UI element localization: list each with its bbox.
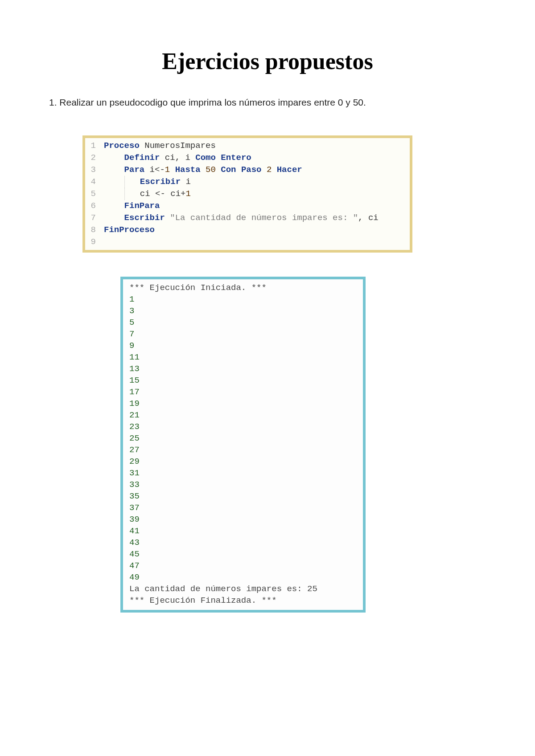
- token-num: 50: [206, 165, 216, 175]
- output-number: 37: [129, 502, 357, 514]
- output-number: 33: [129, 479, 357, 490]
- output-number: 21: [129, 409, 357, 421]
- line-number: 2: [85, 152, 98, 164]
- token: [104, 201, 124, 211]
- token: i: [181, 177, 191, 187]
- output-end-banner: *** Ejecución Finalizada. ***: [129, 595, 357, 606]
- execution-output: *** Ejecución Iniciada. ***1357911131517…: [120, 277, 366, 613]
- token-id: NumerosImpares: [144, 141, 216, 151]
- code-line: Para i<-1 Hasta 50 Con Paso 2 Hacer: [104, 164, 407, 176]
- token: ci, i: [160, 153, 195, 163]
- line-number-gutter: 123456789: [85, 138, 99, 250]
- output-number: 11: [129, 351, 357, 363]
- token: [140, 141, 144, 151]
- output-number: 39: [129, 514, 357, 525]
- token: [104, 153, 124, 163]
- code-line: Proceso NumerosImpares: [104, 140, 407, 152]
- output-number: 43: [129, 537, 357, 548]
- token: [216, 153, 221, 163]
- line-number: 9: [85, 236, 98, 248]
- token-kw: Como: [195, 153, 216, 163]
- token-kw: Para: [124, 165, 145, 175]
- output-number: 1: [129, 294, 357, 305]
- output-number: 27: [129, 444, 357, 456]
- token-kw: Escribir: [140, 177, 181, 187]
- token-num: 2: [267, 165, 272, 175]
- token-num: 1: [185, 189, 190, 199]
- line-number: 8: [85, 224, 98, 236]
- exercise-prompt: 1. Realizar un pseudocodigo que imprima …: [49, 96, 486, 109]
- output-number: 23: [129, 421, 357, 433]
- token-kw: FinPara: [124, 201, 160, 211]
- output-number: 5: [129, 317, 357, 328]
- token-kw: Escribir: [124, 213, 165, 223]
- token: [201, 165, 206, 175]
- code-line: Escribir i: [104, 176, 407, 188]
- code-line: FinPara: [104, 200, 407, 212]
- output-start-banner: *** Ejecución Iniciada. ***: [129, 282, 357, 294]
- output-number: 15: [129, 375, 357, 386]
- token: [216, 165, 221, 175]
- code-line: Definir ci, i Como Entero: [104, 152, 407, 164]
- code-line: ci <- ci+1: [104, 188, 407, 200]
- token-kw: Hacer: [277, 165, 302, 175]
- token: ci <- ci+: [125, 189, 186, 199]
- output-number: 45: [129, 548, 357, 560]
- output-number: 31: [129, 467, 357, 479]
- output-number: 3: [129, 305, 357, 317]
- code-line: [104, 236, 407, 248]
- output-number: 29: [129, 456, 357, 467]
- token: i<-: [144, 165, 165, 175]
- code-line: Escribir "La cantidad de números impares…: [104, 212, 407, 224]
- output-number: 47: [129, 560, 357, 572]
- code-line: FinProceso: [104, 224, 407, 236]
- token-str: "La cantidad de números impares es: ": [170, 213, 358, 223]
- line-number: 5: [85, 188, 98, 200]
- pseudocode-editor: 123456789 Proceso NumerosImpares Definir…: [82, 135, 412, 253]
- output-number: 17: [129, 386, 357, 398]
- token: [125, 177, 140, 187]
- line-number: 4: [85, 176, 98, 188]
- token: [262, 165, 267, 175]
- token-kw: Entero: [221, 153, 251, 163]
- token: [104, 177, 124, 187]
- code-content: Proceso NumerosImpares Definir ci, i Com…: [99, 138, 410, 250]
- token-kw: Con Paso: [221, 165, 261, 175]
- token: [104, 189, 124, 199]
- line-number: 3: [85, 164, 98, 176]
- output-number: 41: [129, 525, 357, 537]
- token-kw: Hasta: [175, 165, 201, 175]
- output-number: 13: [129, 363, 357, 375]
- line-number: 1: [85, 140, 98, 152]
- output-summary: La cantidad de números impares es: 25: [129, 583, 357, 595]
- output-number: 25: [129, 433, 357, 444]
- output-number: 19: [129, 398, 357, 409]
- token: [170, 165, 175, 175]
- output-number: 7: [129, 328, 357, 340]
- output-number: 35: [129, 490, 357, 502]
- token: [165, 213, 170, 223]
- document-title: Ejercicios propuestos: [49, 48, 486, 74]
- output-number: 9: [129, 340, 357, 351]
- token-kw: FinProceso: [104, 225, 155, 235]
- token: [104, 213, 124, 223]
- token-num: 1: [165, 165, 170, 175]
- document-page: Ejercicios propuestos 1. Realizar un pse…: [0, 0, 535, 756]
- output-number: 49: [129, 572, 357, 583]
- token: , ci: [358, 213, 379, 223]
- token-kw: Definir: [124, 153, 160, 163]
- token: [104, 165, 124, 175]
- line-number: 6: [85, 200, 98, 212]
- line-number: 7: [85, 212, 98, 224]
- token: [272, 165, 276, 175]
- token-kw: Proceso: [104, 141, 140, 151]
